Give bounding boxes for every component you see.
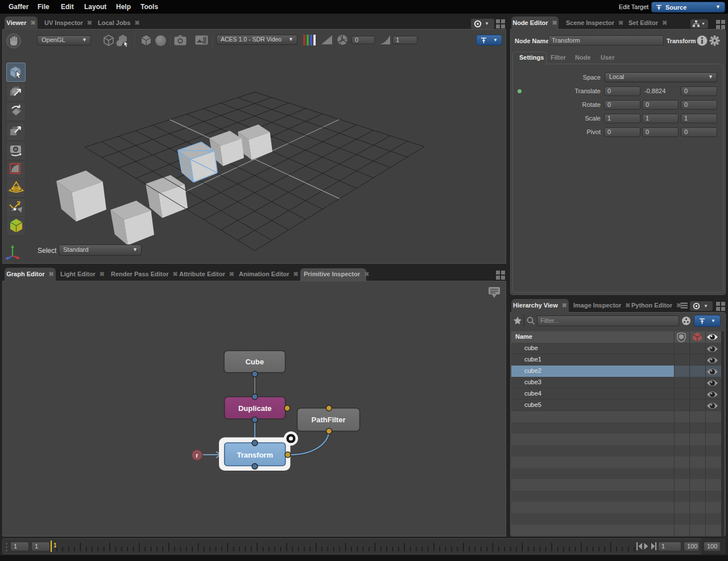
svg-text:1: 1 xyxy=(53,542,57,548)
